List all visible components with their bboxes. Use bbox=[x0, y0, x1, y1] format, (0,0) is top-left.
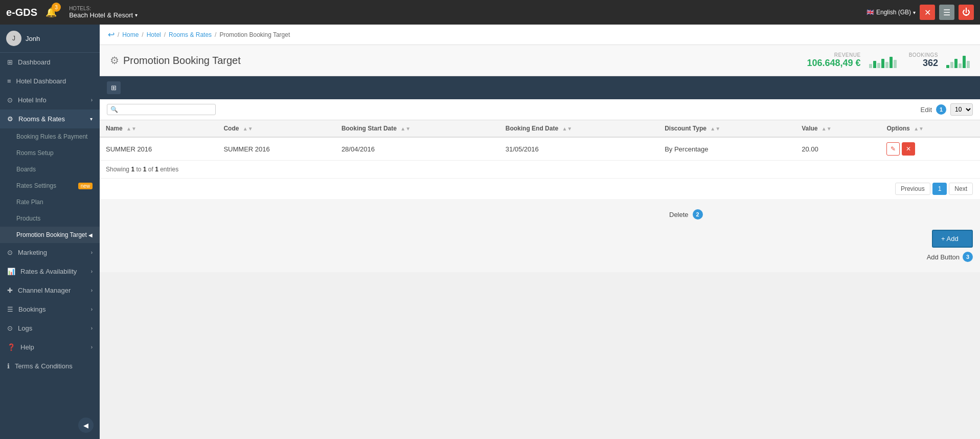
sidebar-item-rates-availability[interactable]: 📊 Rates & Availability › bbox=[0, 262, 100, 281]
chart-bar bbox=[885, 62, 888, 68]
sidebar-item-hotel-dashboard[interactable]: ≡ Hotel Dashboard bbox=[0, 72, 100, 91]
delete-row-button[interactable]: ✕ bbox=[902, 142, 915, 156]
chart-bar bbox=[959, 63, 962, 68]
sidebar-sub-boards[interactable]: Boards bbox=[0, 161, 100, 178]
add-button-label: Add Button bbox=[927, 253, 960, 261]
flag-icon: 🇬🇧 bbox=[867, 9, 874, 16]
breadcrumb-current: Promotion Booking Target bbox=[219, 31, 290, 38]
hotel-selector[interactable]: HOTELS: Beach Hotel & Resort ▾ bbox=[69, 6, 138, 19]
bookings-stat: BOOKINGS 362 bbox=[909, 52, 970, 69]
power-button[interactable]: ⏻ bbox=[959, 5, 974, 20]
language-label: English (GB) bbox=[876, 9, 911, 16]
action-area: Delete 2 + Add Add Button 3 bbox=[100, 199, 980, 272]
col-booking-end[interactable]: Booking End Date ▲▼ bbox=[499, 120, 658, 137]
back-icon[interactable]: ↩ bbox=[108, 30, 115, 39]
sidebar-item-logs[interactable]: ⊙ Logs › bbox=[0, 319, 100, 338]
sort-icon: ▲▼ bbox=[126, 126, 136, 131]
sidebar-item-label: Hotel Info bbox=[18, 96, 47, 104]
separator: / bbox=[142, 31, 143, 38]
new-badge: new bbox=[78, 183, 93, 189]
col-name[interactable]: Name ▲▼ bbox=[100, 120, 217, 137]
separator: / bbox=[215, 31, 216, 38]
sidebar-item-help[interactable]: ❓ Help › bbox=[0, 338, 100, 357]
sidebar-collapse-button[interactable]: ◀ bbox=[78, 418, 94, 433]
sub-item-label: Rates Settings bbox=[16, 182, 56, 189]
sidebar-sub-rooms-setup[interactable]: Rooms Setup bbox=[0, 145, 100, 161]
breadcrumb-rooms-rates[interactable]: Rooms & Rates bbox=[169, 31, 212, 38]
avatar: J bbox=[6, 31, 21, 46]
marketing-icon: ⊙ bbox=[7, 249, 13, 256]
sidebar-item-terms[interactable]: ℹ Terms & Conditions bbox=[0, 357, 100, 376]
sidebar-item-rooms-rates[interactable]: ⚙ Rooms & Rates ▾ bbox=[0, 109, 100, 128]
chart-bar bbox=[869, 64, 872, 68]
close-button[interactable]: ✕ bbox=[920, 5, 935, 20]
user-area: J Jonh bbox=[0, 25, 100, 53]
chart-bar bbox=[894, 60, 897, 68]
previous-button[interactable]: Previous bbox=[895, 183, 930, 195]
breadcrumb-home[interactable]: Home bbox=[122, 31, 139, 38]
separator: / bbox=[164, 31, 166, 38]
cell-name: SUMMER 2016 bbox=[100, 137, 217, 161]
sidebar-sub-rate-plan[interactable]: Rate Plan bbox=[0, 194, 100, 210]
col-discount-type[interactable]: Discount Type ▲▼ bbox=[658, 120, 795, 137]
sidebar-item-channel-manager[interactable]: ✚ Channel Manager › bbox=[0, 281, 100, 300]
page-1-button[interactable]: 1 bbox=[932, 183, 947, 195]
sidebar-sub-booking-rules[interactable]: Booking Rules & Payment bbox=[0, 128, 100, 145]
help-icon: ❓ bbox=[7, 343, 15, 351]
per-page-select[interactable]: 10 25 50 bbox=[950, 103, 973, 116]
sort-icon: ▲▼ bbox=[822, 126, 832, 131]
sidebar-item-dashboard[interactable]: ⊞ Dashboard bbox=[0, 53, 100, 72]
bookings-chart bbox=[946, 53, 970, 68]
separator: / bbox=[118, 31, 119, 38]
logs-icon: ⊙ bbox=[7, 324, 13, 332]
chart-bar bbox=[950, 62, 953, 68]
next-button[interactable]: Next bbox=[949, 183, 973, 195]
chevron-right-icon: › bbox=[91, 306, 93, 312]
chevron-right-icon: › bbox=[91, 250, 93, 255]
brand-logo: e-GDS bbox=[6, 7, 37, 18]
sort-icon: ▲▼ bbox=[914, 126, 924, 131]
sidebar-sub-products[interactable]: Products bbox=[0, 210, 100, 227]
page-title: ⚙ Promotion Booking Target bbox=[110, 54, 241, 67]
hotels-label: HOTELS: bbox=[69, 6, 138, 11]
sidebar-bottom: ◀ bbox=[0, 411, 100, 439]
breadcrumb-hotel[interactable]: Hotel bbox=[147, 31, 161, 38]
sub-item-label: Rate Plan bbox=[16, 199, 43, 206]
username: Jonh bbox=[26, 35, 40, 42]
sidebar-item-marketing[interactable]: ⊙ Marketing › bbox=[0, 243, 100, 262]
language-selector[interactable]: 🇬🇧 English (GB) ▾ bbox=[867, 9, 916, 16]
delete-badge: 2 bbox=[693, 209, 703, 220]
sidebar-sub-promotion-booking-target[interactable]: Promotion Booking Target ◀ bbox=[0, 227, 100, 243]
sidebar-sub-rates-settings[interactable]: Rates Settings new bbox=[0, 178, 100, 194]
chevron-right-icon: › bbox=[91, 97, 93, 103]
edit-row-button[interactable]: ✎ bbox=[886, 142, 900, 156]
search-input[interactable] bbox=[120, 106, 212, 113]
col-code[interactable]: Code ▲▼ bbox=[217, 120, 335, 137]
navbar: e-GDS 🔔 3 HOTELS: Beach Hotel & Resort ▾… bbox=[0, 0, 980, 25]
controls-right: Edit 1 10 25 50 bbox=[921, 103, 973, 116]
chart-bar bbox=[877, 63, 880, 68]
sidebar-item-label: Bookings bbox=[18, 305, 45, 313]
sort-icon: ▲▼ bbox=[400, 126, 411, 131]
grid-view-button[interactable]: ⊞ bbox=[107, 81, 121, 94]
table-toolbar: ⊞ bbox=[100, 76, 980, 99]
revenue-chart bbox=[869, 53, 897, 68]
sub-item-label: Products bbox=[16, 215, 40, 222]
sub-item-label: Boards bbox=[16, 166, 36, 173]
showing-text: Showing 1 to 1 of 1 entries bbox=[100, 161, 980, 178]
sidebar-item-label: Help bbox=[20, 343, 34, 351]
menu-button[interactable]: ☰ bbox=[939, 5, 954, 20]
revenue-value: 106.648,49 € bbox=[807, 58, 861, 69]
cell-discount-type: By Percentage bbox=[658, 137, 795, 161]
cell-options: ✎ ✕ bbox=[880, 137, 980, 161]
col-value[interactable]: Value ▲▼ bbox=[795, 120, 880, 137]
chart-bar bbox=[890, 57, 893, 68]
col-booking-start[interactable]: Booking Start Date ▲▼ bbox=[335, 120, 499, 137]
sidebar-item-bookings[interactable]: ☰ Bookings › bbox=[0, 300, 100, 319]
table-header: Name ▲▼ Code ▲▼ Booking Start Date ▲▼ bbox=[100, 120, 980, 137]
sidebar-item-hotel-info[interactable]: ⊙ Hotel Info › bbox=[0, 91, 100, 109]
gear-icon: ⚙ bbox=[110, 54, 119, 67]
add-button[interactable]: + Add bbox=[932, 230, 973, 248]
terms-icon: ℹ bbox=[7, 362, 10, 370]
main-content: ⊞ 🔍 Edit 1 10 25 50 bbox=[100, 76, 980, 439]
